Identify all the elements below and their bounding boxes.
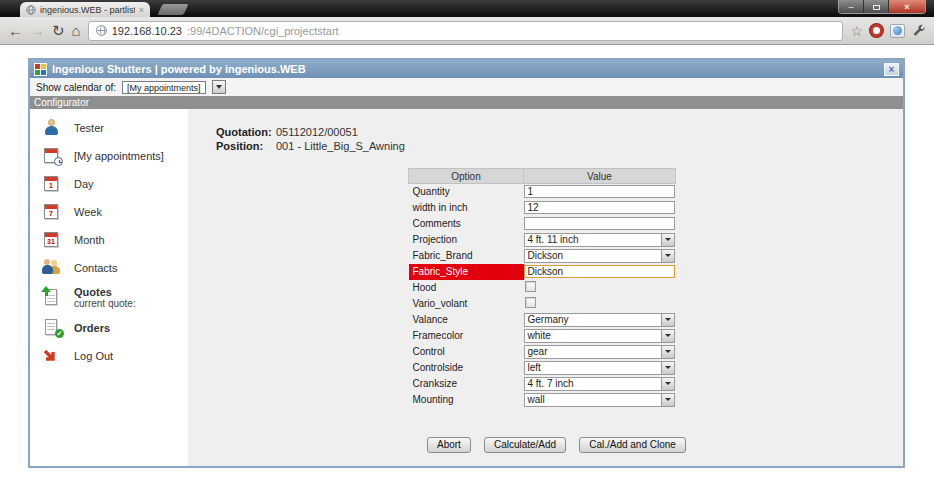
framecolor-select-value: white xyxy=(525,330,661,342)
vario-volant-checkbox[interactable] xyxy=(525,297,536,308)
cranksize-select[interactable]: 4 ft. 7 inch xyxy=(524,377,675,391)
sidebar-item-label: Quotes xyxy=(74,286,136,298)
fabric-brand-select-value: Dickson xyxy=(525,250,661,262)
quotation-number: 05112012/00051 xyxy=(276,125,358,139)
doc-check-icon: ✓ xyxy=(42,318,62,337)
option-label-fabric-style: Fabric_Style xyxy=(409,264,524,280)
table-row-vario-volant: Vario_volant xyxy=(409,296,676,312)
table-row-valance: ValanceGermany xyxy=(409,312,676,328)
option-label-comments: Comments xyxy=(409,216,524,232)
controlside-select-value: left xyxy=(525,362,661,374)
sidebar-item-my-appointments[interactable]: [My appointments] xyxy=(30,146,188,165)
abort-button[interactable]: Abort xyxy=(427,437,471,453)
tab-close-icon[interactable]: × xyxy=(139,5,144,15)
sidebar: Tester[My appointments]1Day7Week31MonthC… xyxy=(30,109,188,466)
calendar-select[interactable]: [My appointments] xyxy=(122,81,206,94)
doc-up-icon xyxy=(42,288,62,307)
sidebar-item-sublabel: current quote: xyxy=(74,298,136,309)
dropdown-arrow-icon[interactable] xyxy=(661,314,674,326)
sidebar-item-contacts[interactable]: Contacts xyxy=(30,258,188,277)
table-row-fabric-style: Fabric_Style xyxy=(409,264,676,280)
projection-select[interactable]: 4 ft. 11 inch xyxy=(524,233,675,247)
option-value-cell xyxy=(524,216,676,232)
settings-wrench-icon[interactable] xyxy=(912,24,926,38)
controlside-select[interactable]: left xyxy=(524,361,675,375)
new-tab-button[interactable] xyxy=(157,4,188,15)
minimize-button[interactable]: – xyxy=(839,0,864,14)
table-row-control: Controlgear xyxy=(409,344,676,360)
sidebar-item-week[interactable]: 7Week xyxy=(30,202,188,221)
comments-input[interactable] xyxy=(524,217,675,230)
hood-checkbox[interactable] xyxy=(525,281,536,292)
screen: ingenious.WEB - partlist × – × ← → ↻ ⌂ 1… xyxy=(0,0,934,480)
browser-toolbar: ← → ↻ ⌂ 192.168.10.23:99/4DACTION/cgi_pr… xyxy=(0,17,934,45)
extension-red-circle-icon[interactable] xyxy=(870,24,883,37)
option-label-cranksize: Cranksize xyxy=(409,376,524,392)
dropdown-arrow-icon[interactable] xyxy=(661,378,674,390)
home-button[interactable]: ⌂ xyxy=(72,23,81,38)
app-titlebar: Ingenious Shutters | powered by ingeniou… xyxy=(30,60,903,78)
refresh-button[interactable]: ↻ xyxy=(52,23,65,38)
url-path: :99/4DACTION/cgi_projectstart xyxy=(187,25,339,37)
sidebar-item-label: Orders xyxy=(74,322,110,334)
cal-add-and-clone-button[interactable]: Cal./Add and Clone xyxy=(579,437,686,453)
option-label-hood: Hood xyxy=(409,280,524,296)
projection-select-value: 4 ft. 11 inch xyxy=(525,234,661,246)
forward-button[interactable]: → xyxy=(30,23,45,38)
back-button[interactable]: ← xyxy=(8,23,23,38)
app-body: Tester[My appointments]1Day7Week31MonthC… xyxy=(30,109,903,466)
address-bar[interactable]: 192.168.10.23:99/4DACTION/cgi_projectsta… xyxy=(88,21,844,41)
browser-tab-strip: ingenious.WEB - partlist × – × xyxy=(0,0,934,17)
fabric-brand-select[interactable]: Dickson xyxy=(524,249,675,263)
width-in-inch-input[interactable] xyxy=(524,201,675,214)
quantity-input[interactable] xyxy=(524,185,675,198)
dropdown-arrow-icon[interactable] xyxy=(661,234,674,246)
fabric-style-input[interactable] xyxy=(524,265,675,278)
sidebar-item-quotes[interactable]: Quotescurrent quote: xyxy=(30,286,188,309)
tab-favicon-globe-icon xyxy=(26,5,36,15)
option-value-cell: wall xyxy=(524,392,676,408)
sidebar-item-orders[interactable]: ✓Orders xyxy=(30,318,188,337)
dropdown-arrow-icon[interactable] xyxy=(661,394,674,406)
control-select-value: gear xyxy=(525,346,661,358)
options-table: Option Value Quantitywidth in inchCommen… xyxy=(408,168,676,408)
framecolor-select[interactable]: white xyxy=(524,329,675,343)
close-window-button[interactable]: × xyxy=(889,0,925,14)
option-value-cell xyxy=(524,280,676,296)
sidebar-item-log-out[interactable]: Log Out xyxy=(30,346,188,365)
valance-select[interactable]: Germany xyxy=(524,313,675,327)
calculate-add-button[interactable]: Calculate/Add xyxy=(484,437,566,453)
dropdown-arrow-icon[interactable] xyxy=(661,362,674,374)
calendar-icon: 31 xyxy=(42,230,62,249)
option-value-cell: gear xyxy=(524,344,676,360)
mounting-select[interactable]: wall xyxy=(524,393,675,407)
dropdown-arrow-icon[interactable] xyxy=(661,330,674,342)
sidebar-item-month[interactable]: 31Month xyxy=(30,230,188,249)
sidebar-item-label: Day xyxy=(74,178,94,190)
option-label-projection: Projection xyxy=(409,232,524,248)
calendar-dropdown-button[interactable] xyxy=(212,80,226,94)
control-select[interactable]: gear xyxy=(524,345,675,359)
sidebar-item-day[interactable]: 1Day xyxy=(30,174,188,193)
table-row-width-in-inch: width in inch xyxy=(409,200,676,216)
buttons-row: AbortCalculate/AddCal./Add and Clone xyxy=(427,437,686,453)
table-row-comments: Comments xyxy=(409,216,676,232)
table-row-controlside: Controlsideleft xyxy=(409,360,676,376)
maximize-button[interactable] xyxy=(864,0,889,14)
option-label-fabric-brand: Fabric_Brand xyxy=(409,248,524,264)
calendar-bar: Show calendar of: [My appointments] xyxy=(30,78,903,96)
app-close-button[interactable]: × xyxy=(884,63,899,76)
option-label-vario-volant: Vario_volant xyxy=(409,296,524,312)
position-label: Position: xyxy=(216,139,276,153)
browser-tab[interactable]: ingenious.WEB - partlist × xyxy=(20,2,150,17)
table-row-projection: Projection4 ft. 11 inch xyxy=(409,232,676,248)
cranksize-select-value: 4 ft. 7 inch xyxy=(525,378,661,390)
option-rows: Quantitywidth in inchCommentsProjection4… xyxy=(409,184,676,408)
extension-globe-icon[interactable] xyxy=(890,24,905,38)
bookmark-star-icon[interactable]: ☆ xyxy=(850,23,863,39)
dropdown-arrow-icon[interactable] xyxy=(661,346,674,358)
dropdown-arrow-icon[interactable] xyxy=(661,250,674,262)
option-label-framecolor: Framecolor xyxy=(409,328,524,344)
sidebar-item-tester[interactable]: Tester xyxy=(30,118,188,137)
window-controls: – × xyxy=(838,0,926,14)
